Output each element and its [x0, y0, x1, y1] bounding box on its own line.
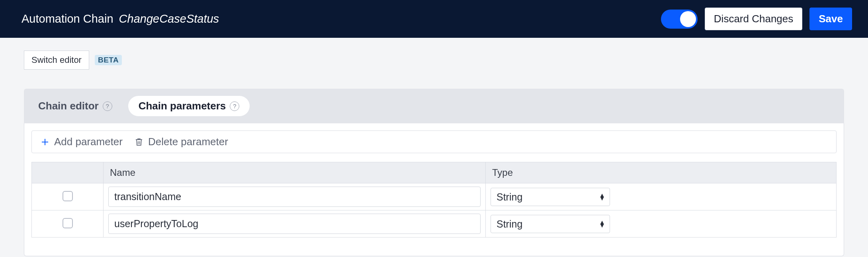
switch-editor-row: Switch editor BETA [24, 51, 844, 70]
toggle-knob [680, 11, 696, 27]
parameters-panel: Add parameter Delete parameter Name Type [24, 123, 844, 256]
editor-panel: Chain editor ? Chain parameters ? Add pa… [24, 89, 844, 256]
row-check-cell [32, 210, 104, 238]
parameters-toolbar: Add parameter Delete parameter [31, 130, 837, 153]
parameter-type-select[interactable]: String [491, 215, 610, 233]
save-button[interactable]: Save [809, 8, 852, 30]
parameter-type-select[interactable]: String [491, 188, 610, 206]
add-parameter-button[interactable]: Add parameter [40, 136, 123, 148]
page-title: Automation Chain ChangeCaseStatus [22, 12, 219, 25]
plus-icon [40, 137, 50, 147]
row-checkbox[interactable] [63, 218, 73, 228]
tab-chain-parameters[interactable]: Chain parameters ? [128, 96, 250, 116]
delete-parameter-button[interactable]: Delete parameter [134, 136, 228, 148]
help-icon[interactable]: ? [230, 101, 239, 111]
tab-chain-editor[interactable]: Chain editor ? [38, 100, 112, 112]
table-row: String ▲▼ [32, 183, 837, 210]
type-select-wrap: String ▲▼ [491, 188, 610, 206]
col-name-header: Name [104, 162, 486, 183]
row-name-cell [104, 183, 486, 210]
help-icon[interactable]: ? [103, 101, 112, 111]
header-actions: Discard Changes Save [661, 8, 852, 30]
delete-parameter-label: Delete parameter [148, 136, 228, 148]
tabs-bar: Chain editor ? Chain parameters ? [24, 89, 844, 123]
table-row: String ▲▼ [32, 210, 837, 238]
row-type-cell: String ▲▼ [486, 210, 837, 238]
table-header-row: Name Type [32, 162, 837, 183]
title-chain-name: ChangeCaseStatus [119, 12, 219, 25]
row-type-cell: String ▲▼ [486, 183, 837, 210]
header-bar: Automation Chain ChangeCaseStatus Discar… [0, 0, 868, 38]
switch-editor-button[interactable]: Switch editor [24, 51, 89, 70]
content-area: Switch editor BETA Chain editor ? Chain … [0, 38, 868, 256]
row-check-cell [32, 183, 104, 210]
parameter-name-input[interactable] [108, 214, 481, 234]
row-checkbox[interactable] [63, 191, 73, 201]
tab-chain-editor-label: Chain editor [38, 100, 99, 112]
add-parameter-label: Add parameter [54, 136, 123, 148]
parameter-name-input[interactable] [108, 187, 481, 207]
col-check [32, 162, 104, 183]
type-select-wrap: String ▲▼ [491, 215, 610, 233]
title-label: Automation Chain [22, 12, 113, 25]
enable-toggle[interactable] [661, 10, 698, 29]
discard-changes-button[interactable]: Discard Changes [705, 8, 802, 30]
col-type-header: Type [486, 162, 837, 183]
tab-chain-parameters-label: Chain parameters [139, 100, 226, 112]
trash-icon [134, 137, 144, 147]
beta-badge: BETA [95, 55, 122, 65]
parameters-table: Name Type [31, 162, 837, 238]
row-name-cell [104, 210, 486, 238]
